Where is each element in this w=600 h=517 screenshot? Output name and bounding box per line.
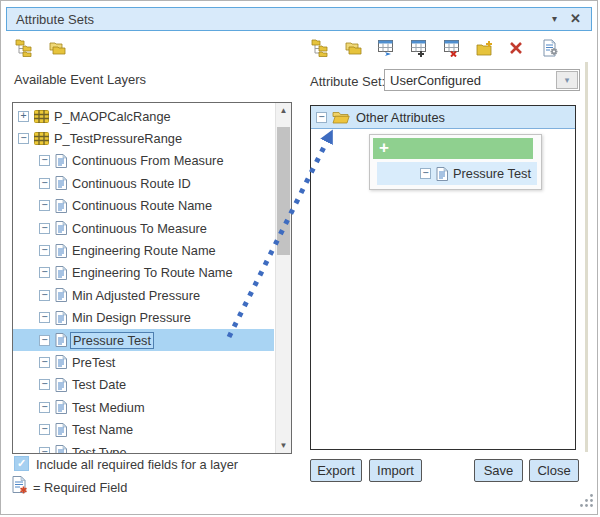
tree-item-label: Min Adjusted Pressure (72, 288, 200, 303)
expander-icon[interactable]: − (39, 447, 50, 454)
attribute-set-panel: − Other Attributes + − Pressure Test (310, 105, 576, 450)
tree-item-label: P_MAOPCalcRange (54, 109, 171, 124)
save-button[interactable]: Save (474, 459, 523, 482)
resize-grip[interactable] (579, 493, 595, 513)
tree-item-label: Continuous From Measure (72, 153, 224, 168)
expander-icon[interactable]: − (39, 312, 50, 323)
expander-icon[interactable]: − (39, 223, 50, 234)
tree-item[interactable]: −Min Design Pressure (13, 307, 274, 329)
background-edge (585, 62, 588, 452)
field-icon (55, 400, 67, 414)
tree-item-label: Engineering Route Name (72, 243, 216, 258)
attribute-set-select[interactable]: UserConfigured ▾ (384, 69, 580, 91)
tree-scrollbar[interactable]: ▲ ▼ (275, 103, 291, 453)
titlebar-dropdown-icon[interactable]: ▾ (552, 13, 557, 24)
tree-item[interactable]: −Continuous Route ID (13, 172, 274, 194)
collapse-all-icon[interactable] (46, 38, 68, 58)
expander-icon[interactable]: − (39, 290, 50, 301)
dialog-titlebar[interactable]: Attribute Sets ▾ ✕ (6, 7, 592, 31)
tree-item-label: P_TestPressureRange (54, 131, 182, 146)
attribute-set-value: UserConfigured (390, 73, 481, 88)
expander-icon[interactable]: − (39, 379, 50, 390)
field-icon (55, 378, 67, 392)
available-layers-tree: +P_MAOPCalcRange−P_TestPressureRange−Con… (13, 105, 274, 454)
tree-item[interactable]: −PreTest (13, 351, 274, 373)
tree-item-label: Engineering To Route Name (72, 265, 233, 280)
tree-item[interactable]: −Continuous From Measure (13, 150, 274, 172)
field-icon (55, 445, 67, 454)
tree-item[interactable]: −Test Type (13, 441, 274, 454)
field-icon (55, 288, 67, 302)
expand-all-icon[interactable] (13, 38, 35, 58)
expander-icon[interactable]: − (39, 245, 50, 256)
expander-icon[interactable]: + (18, 111, 29, 122)
tree-item[interactable]: +P_MAOPCalcRange (13, 105, 274, 127)
expander-icon[interactable]: − (39, 424, 50, 435)
drag-ghost-item: − Pressure Test (377, 162, 537, 185)
table-arrow-icon[interactable] (375, 38, 397, 58)
tree-item-other-attributes[interactable]: − Other Attributes (311, 106, 575, 129)
required-field-icon (12, 476, 28, 498)
available-layers-heading: Available Event Layers (14, 72, 146, 87)
expander-icon[interactable]: − (39, 200, 50, 211)
field-icon (55, 154, 67, 168)
expand-all-icon[interactable] (309, 38, 331, 58)
expander-icon[interactable]: − (39, 178, 50, 189)
close-button[interactable]: Close (529, 459, 579, 482)
export-button[interactable]: Export (310, 459, 362, 482)
field-icon (55, 176, 67, 190)
tree-item-label: Test Type (72, 445, 127, 454)
import-button[interactable]: Import (369, 459, 422, 482)
expander-icon[interactable]: − (39, 357, 50, 368)
field-icon (436, 167, 448, 181)
expander-icon: − (420, 168, 431, 179)
tree-item[interactable]: −Engineering Route Name (13, 239, 274, 261)
tree-item[interactable]: −Min Adjusted Pressure (13, 284, 274, 306)
close-icon[interactable]: ✕ (570, 11, 581, 26)
open-folder-icon (332, 111, 350, 124)
tree-item-label: Test Name (72, 422, 133, 437)
tree-item[interactable]: −Engineering To Route Name (13, 262, 274, 284)
tree-item-label: Other Attributes (356, 110, 445, 125)
drag-add-indicator: + (373, 138, 533, 159)
tree-item-label: Test Medium (72, 400, 145, 415)
drag-ghost: + − Pressure Test (369, 134, 542, 190)
scrollbar-thumb[interactable] (277, 127, 290, 255)
check-icon: ✓ (17, 457, 26, 469)
chevron-down-icon[interactable]: ▾ (556, 71, 578, 89)
tree-item-label: Pressure Test (453, 166, 531, 181)
tree-item[interactable]: −Continuous Route Name (13, 195, 274, 217)
tree-item[interactable]: −P_TestPressureRange (13, 127, 274, 149)
tree-item[interactable]: −Continuous To Measure (13, 217, 274, 239)
layer-icon (34, 132, 49, 145)
collapse-all-icon[interactable] (342, 38, 364, 58)
tree-item[interactable]: −Test Medium (13, 396, 274, 418)
tree-item-label: PreTest (72, 355, 115, 370)
expander-icon[interactable]: − (18, 133, 29, 144)
field-icon (55, 221, 67, 235)
field-icon (55, 333, 67, 347)
folder-add-icon[interactable] (474, 38, 496, 58)
expander-icon[interactable]: − (39, 335, 50, 346)
field-icon (55, 199, 67, 213)
table-delete-icon[interactable] (441, 38, 463, 58)
layer-icon (34, 110, 49, 123)
field-icon (55, 266, 67, 280)
expander-icon[interactable]: − (39, 155, 50, 166)
table-add-icon[interactable] (408, 38, 430, 58)
dialog-title: Attribute Sets (16, 12, 94, 27)
expander-icon[interactable]: − (39, 402, 50, 413)
tree-item[interactable]: −Test Name (13, 418, 274, 440)
include-required-checkbox[interactable]: ✓ (14, 456, 29, 471)
tree-item[interactable]: −Pressure Test (13, 329, 274, 351)
delete-icon[interactable] (505, 38, 527, 58)
tree-item[interactable]: −Test Date (13, 374, 274, 396)
tree-item-label: Continuous To Measure (72, 221, 207, 236)
document-gear-icon[interactable] (539, 38, 561, 58)
required-field-legend: = Required Field (33, 480, 127, 495)
tree-item-label: Continuous Route ID (72, 176, 191, 191)
scroll-down-icon[interactable]: ▼ (276, 441, 291, 450)
scroll-up-icon[interactable]: ▲ (276, 106, 291, 115)
expander-icon[interactable]: − (316, 112, 327, 123)
expander-icon[interactable]: − (39, 267, 50, 278)
